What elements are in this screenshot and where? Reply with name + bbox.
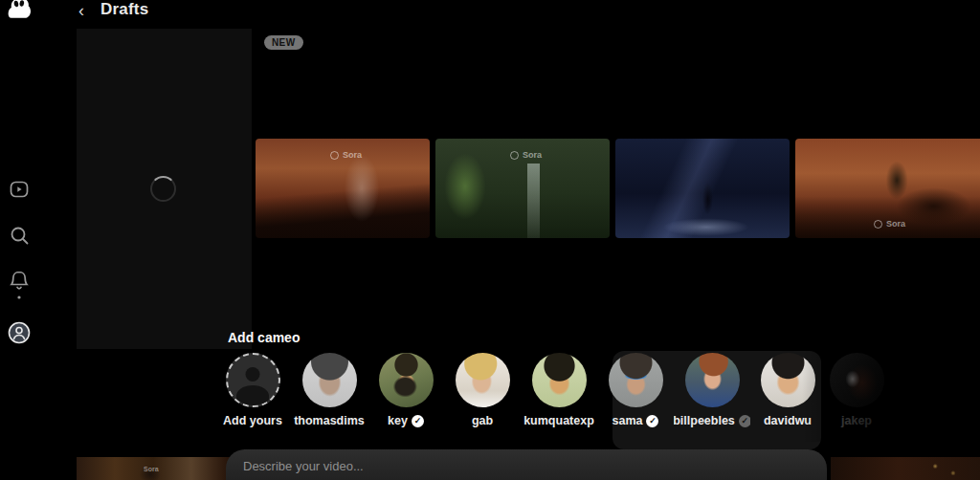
sora-blob-icon (7, 0, 32, 21)
prompt-composer[interactable] (226, 449, 827, 480)
new-badge: NEW (264, 35, 303, 50)
avatar (761, 353, 815, 407)
cameo-kumquatexp[interactable]: kumquatexp (521, 353, 597, 427)
sora-watermark-icon (874, 220, 882, 229)
avatar (302, 353, 357, 407)
sidebar-item-profile[interactable] (8, 321, 31, 344)
cameo-label: jakep (841, 414, 872, 427)
sora-logo[interactable] (7, 0, 32, 21)
loading-spinner (150, 176, 176, 202)
cameo-label: Add yours (223, 414, 282, 427)
video-play-icon (8, 178, 31, 201)
draft-thumbnail-mars-rover[interactable]: Sora (795, 139, 980, 238)
draft-thumbnail-forest-waterfall[interactable]: Sora (435, 139, 610, 238)
background-video-thumbnail (831, 457, 980, 480)
back-button[interactable]: ‹ (71, 0, 92, 21)
cameo-label: key (388, 414, 408, 427)
sidebar-item-search[interactable] (8, 224, 31, 247)
avatar (379, 353, 434, 407)
sidebar-item-notifications[interactable] (8, 269, 31, 292)
verified-badge-icon: ✓ (412, 415, 424, 427)
cameo-davidwu[interactable]: davidwu (749, 353, 826, 427)
draft-thumbnail-mars-astronaut[interactable]: Sora (256, 139, 430, 238)
search-icon (8, 224, 31, 247)
avatar (830, 353, 884, 407)
notification-dot (17, 295, 20, 298)
bell-icon (8, 269, 31, 301)
cameo-thomasdims[interactable]: thomasdims (291, 353, 368, 427)
cameo-label: gab (472, 414, 493, 427)
cameo-label: thomasdims (294, 414, 365, 427)
sora-watermark: Sora (144, 466, 159, 472)
add-cameo-avatar (226, 353, 280, 407)
person-silhouette-icon (246, 367, 260, 382)
cameo-label: kumquatexp (523, 414, 594, 427)
cameo-label: billpeebles (674, 414, 735, 427)
cameo-jakep[interactable]: jakep (818, 353, 895, 427)
sora-watermark: Sora (330, 150, 362, 160)
sora-watermark: Sora (874, 219, 905, 229)
verified-badge-icon: ✓ (646, 415, 658, 427)
sora-watermark-icon (510, 151, 519, 160)
cameo-key[interactable]: key✓ (368, 353, 444, 427)
cameo-add-yours[interactable]: Add yours (214, 353, 291, 427)
sora-drafts-screen: ‹ Drafts NEW Sora Sora (0, 0, 980, 480)
sora-watermark: Sora (510, 150, 542, 160)
profile-icon (8, 321, 31, 344)
cameo-label: davidwu (764, 414, 812, 427)
add-cameo-label: Add cameo (228, 330, 300, 345)
avatar (685, 353, 740, 407)
chevron-left-icon: ‹ (78, 1, 84, 20)
video-prompt-input[interactable] (243, 455, 798, 476)
page-title: Drafts (100, 0, 148, 19)
cameo-gab[interactable]: gab (444, 353, 521, 427)
sidebar-item-videos[interactable] (8, 178, 31, 201)
cameo-sama[interactable]: sama✓ (597, 353, 674, 427)
sora-watermark-icon (330, 151, 339, 160)
avatar (609, 353, 663, 407)
draft-thumbnail-ice-skater[interactable] (615, 139, 790, 238)
cameo-billpeebles[interactable]: billpeebles✓ (674, 353, 750, 427)
avatar (532, 353, 587, 407)
cameo-label: sama (612, 414, 643, 427)
avatar (456, 353, 510, 407)
